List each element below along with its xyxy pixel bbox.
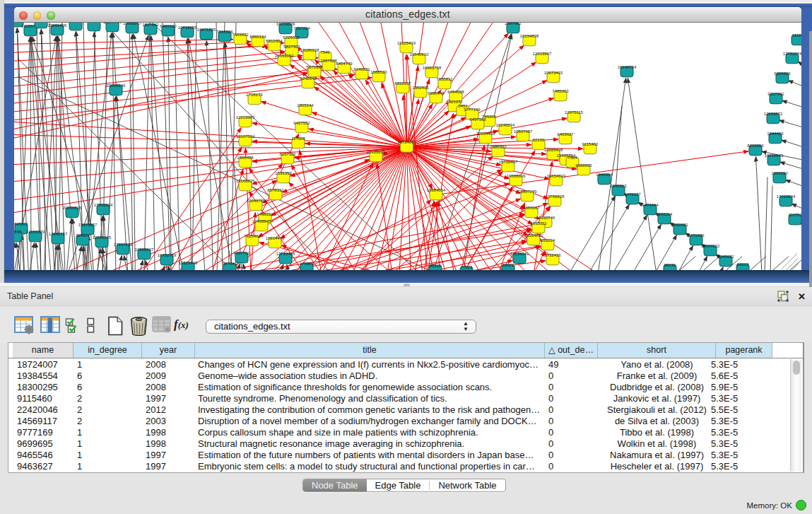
svg-text:1640954: 1640954 — [596, 172, 613, 176]
svg-text:2967608: 2967608 — [320, 58, 337, 62]
svg-text:13524851: 13524851 — [524, 233, 543, 237]
svg-text:10688609: 10688609 — [507, 173, 526, 177]
svg-text:88231: 88231 — [664, 262, 676, 267]
svg-text:9684067: 9684067 — [523, 205, 540, 209]
svg-text:1498222: 1498222 — [257, 211, 273, 216]
svg-text:8215956: 8215956 — [747, 143, 764, 147]
svg-text:12213383: 12213383 — [236, 115, 255, 119]
svg-text:1527602: 1527602 — [142, 23, 159, 27]
svg-text:10719155: 10719155 — [178, 25, 197, 29]
svg-text:11123: 11123 — [792, 33, 801, 37]
svg-text:2803144: 2803144 — [297, 103, 314, 107]
svg-text:7632621: 7632621 — [671, 222, 688, 226]
svg-text:8912954: 8912954 — [266, 38, 283, 42]
svg-text:15300215: 15300215 — [367, 149, 386, 153]
svg-text:7986322: 7986322 — [490, 144, 507, 148]
svg-text:10120746: 10120746 — [536, 215, 555, 219]
svg-text:9699695: 9699695 — [575, 163, 592, 167]
svg-text:9777169: 9777169 — [464, 107, 481, 111]
svg-text:252214: 252214 — [541, 238, 555, 242]
svg-text:16961758: 16961758 — [423, 65, 442, 69]
svg-text:16245574: 16245574 — [496, 122, 515, 127]
svg-text:7546: 7546 — [320, 49, 330, 54]
svg-text:14136141: 14136141 — [510, 251, 529, 255]
svg-text:10025438: 10025438 — [544, 147, 563, 151]
svg-text:8267110: 8267110 — [280, 151, 297, 156]
svg-text:20206526: 20206526 — [63, 205, 82, 209]
svg-text:16914479: 16914479 — [266, 235, 285, 240]
svg-text:117008: 117008 — [291, 136, 305, 140]
svg-text:7515526: 7515526 — [216, 29, 233, 33]
svg-text:1733426: 1733426 — [544, 252, 561, 257]
svg-text:13751074: 13751074 — [783, 51, 801, 55]
svg-text:16782759: 16782759 — [158, 252, 177, 257]
svg-text:10807487: 10807487 — [514, 129, 533, 133]
svg-text:17359924: 17359924 — [94, 202, 113, 206]
svg-text:7857224: 7857224 — [293, 25, 310, 30]
svg-text:16210943: 16210943 — [765, 153, 784, 157]
svg-text:19654923: 19654923 — [547, 173, 566, 177]
svg-text:9146821: 9146821 — [353, 66, 370, 71]
svg-text:8860124: 8860124 — [249, 34, 266, 38]
svg-text:18807249: 18807249 — [518, 189, 537, 193]
svg-text:16033809: 16033809 — [276, 23, 295, 26]
svg-text:9329906: 9329906 — [774, 71, 791, 75]
svg-text:10756928: 10756928 — [546, 194, 565, 198]
svg-text:12505135: 12505135 — [93, 235, 112, 239]
svg-text:17957255: 17957255 — [114, 242, 133, 246]
svg-text:9990448: 9990448 — [428, 90, 445, 95]
svg-text:8578312: 8578312 — [267, 187, 284, 192]
svg-text:77123: 77123 — [461, 264, 473, 269]
svg-text:116753: 116753 — [788, 212, 801, 216]
svg-text:10653267: 10653267 — [123, 23, 142, 25]
svg-text:7485063: 7485063 — [552, 88, 569, 93]
svg-text:7625402: 7625402 — [244, 233, 261, 238]
svg-text:11156829: 11156829 — [26, 229, 45, 233]
svg-text:3242848: 3242848 — [300, 76, 317, 80]
svg-text:5875685: 5875685 — [306, 64, 323, 69]
svg-text:1615112: 1615112 — [531, 221, 548, 225]
svg-text:16640910: 16640910 — [410, 52, 429, 56]
svg-text:1362615: 1362615 — [412, 85, 429, 89]
svg-text:9115460: 9115460 — [582, 141, 599, 146]
svg-text:2718179: 2718179 — [246, 92, 263, 96]
svg-text:20691406: 20691406 — [48, 23, 67, 27]
svg-text:845001: 845001 — [14, 221, 29, 226]
svg-text:7663822: 7663822 — [232, 32, 249, 36]
svg-text:8471636: 8471636 — [688, 233, 705, 237]
svg-text:12323448: 12323448 — [179, 260, 198, 264]
svg-text:1535359: 1535359 — [275, 170, 292, 175]
svg-text:63321: 63321 — [502, 262, 514, 267]
svg-text:12093872: 12093872 — [764, 111, 783, 115]
svg-text:9427552: 9427552 — [293, 120, 310, 124]
svg-text:19975857: 19975857 — [78, 222, 98, 226]
svg-text:11325419: 11325419 — [397, 40, 416, 45]
svg-text:10958107: 10958107 — [135, 247, 154, 251]
svg-text:16154838: 16154838 — [520, 33, 539, 37]
svg-text:6497568: 6497568 — [469, 117, 486, 121]
svg-text:9474444: 9474444 — [642, 202, 659, 206]
svg-text:16671355: 16671355 — [197, 27, 216, 31]
svg-text:12942757: 12942757 — [49, 231, 68, 235]
svg-text:1244415: 1244415 — [767, 131, 784, 135]
svg-text:9827503: 9827503 — [283, 44, 300, 48]
svg-text:12409948: 12409948 — [252, 218, 271, 223]
svg-text:18186328: 18186328 — [300, 47, 319, 52]
svg-text:12213967: 12213967 — [533, 51, 552, 55]
svg-text:20364436: 20364436 — [476, 131, 495, 135]
svg-text:175301: 175301 — [300, 261, 314, 265]
svg-text:10107554: 10107554 — [236, 134, 255, 138]
svg-text:83312: 83312 — [430, 263, 442, 267]
svg-text:6479197: 6479197 — [624, 192, 641, 196]
svg-text:19166825: 19166825 — [236, 178, 255, 182]
svg-text:8822037: 8822037 — [394, 81, 411, 85]
svg-text:9463627: 9463627 — [557, 132, 574, 136]
svg-text:1588520: 1588520 — [370, 69, 387, 74]
svg-text:18724007: 18724007 — [397, 140, 416, 144]
svg-text:39138: 39138 — [14, 229, 22, 233]
svg-text:16648784: 16648784 — [618, 64, 637, 69]
svg-text:66213: 66213 — [737, 262, 749, 266]
svg-text:16543382: 16543382 — [275, 53, 294, 57]
svg-text:1569290: 1569290 — [771, 170, 788, 175]
svg-text:6494028: 6494028 — [447, 89, 464, 93]
